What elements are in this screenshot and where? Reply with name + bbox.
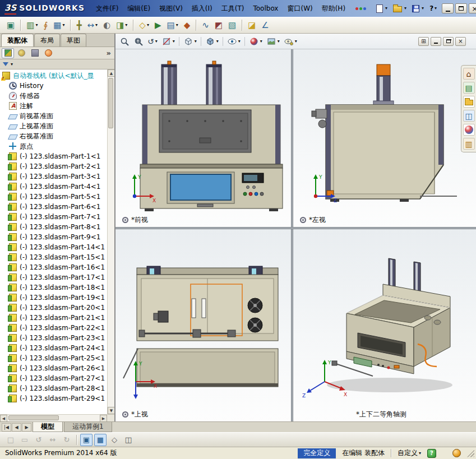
tree-horizontal-scrollbar[interactable]: ◀ ▶ bbox=[0, 414, 114, 421]
display-style-button[interactable]: ▾ bbox=[204, 35, 220, 48]
panel-tabs-overflow[interactable]: » bbox=[107, 49, 113, 57]
dropdown-arrow-icon[interactable]: ▾ bbox=[173, 39, 175, 44]
dropdown-arrow-icon[interactable]: ▾ bbox=[435, 6, 437, 11]
scroll-down-button[interactable]: ▼ bbox=[108, 407, 114, 414]
dropdown-arrow-icon[interactable]: ▾ bbox=[422, 6, 424, 11]
dropdown-arrow-icon[interactable]: ▾ bbox=[404, 6, 406, 11]
tab-assembly[interactable]: 装配体 bbox=[1, 34, 34, 47]
dropdown-arrow-icon[interactable]: ▾ bbox=[238, 39, 241, 44]
menu-insert[interactable]: 插入(I) bbox=[187, 0, 217, 17]
menu-toolbox[interactable]: Toolbox bbox=[248, 0, 283, 17]
previous-view-button[interactable]: ↺▾ bbox=[146, 35, 159, 48]
shaded-with-edges-icon[interactable]: ▣ bbox=[80, 434, 93, 446]
tree-item-part[interactable]: (-) 123.sldasm-Part-2<1 bbox=[1, 161, 107, 171]
dropdown-arrow-icon[interactable]: ▾ bbox=[385, 6, 387, 11]
scrollbar-thumb[interactable] bbox=[108, 78, 113, 128]
tree-item-part[interactable]: (-) 123.sldasm-Part-23<1 bbox=[1, 333, 107, 343]
view-orientation-button[interactable]: ▾ bbox=[182, 35, 198, 48]
tree-item-part[interactable]: (-) 123.sldasm-Part-8<1 bbox=[1, 222, 107, 232]
menu-tools[interactable]: 工具(T) bbox=[217, 0, 249, 17]
dropdown-arrow-icon[interactable]: ▾ bbox=[176, 23, 178, 27]
zoom-fit-button[interactable] bbox=[118, 35, 131, 48]
displaymanager-tab[interactable] bbox=[42, 48, 54, 58]
tree-item-part[interactable]: (-) 123.sldasm-Part-3<1 bbox=[1, 171, 107, 182]
dropdown-arrow-icon[interactable]: ▾ bbox=[95, 23, 98, 27]
tree-item-part[interactable]: (-) 123.sldasm-Part-26<1 bbox=[1, 363, 107, 373]
zoom-area-button[interactable] bbox=[132, 35, 145, 48]
tree-item-plane[interactable]: 右视基准面 bbox=[1, 131, 107, 141]
smart-fasteners-icon[interactable]: ╋ bbox=[74, 18, 84, 32]
tree-item-part[interactable]: (-) 123.sldasm-Part-9<1 bbox=[1, 232, 107, 242]
viewport-left[interactable]: Y Z *左视 bbox=[293, 49, 476, 227]
dropdown-arrow-icon[interactable]: ▾ bbox=[260, 39, 262, 44]
custom-properties-tab[interactable]: ▥ bbox=[463, 138, 475, 150]
dropdown-arrow-icon[interactable]: ▾ bbox=[278, 39, 280, 44]
tree-item-part[interactable]: (-) 123.sldasm-Part-14<1 bbox=[1, 242, 107, 252]
hide-show-items-button[interactable]: ▾ bbox=[225, 35, 242, 48]
tree-vertical-scrollbar[interactable]: ▲ ▼ bbox=[107, 69, 114, 414]
wireframe-icon[interactable]: ◇ bbox=[108, 434, 121, 446]
tree-item-part[interactable]: (-) 123.sldasm-Part-25<1 bbox=[1, 353, 107, 363]
viewport-front[interactable]: Y X *前视 bbox=[115, 49, 291, 227]
pan-icon[interactable]: ↔ bbox=[47, 434, 59, 446]
tree-item-part[interactable]: (-) 123.sldasm-Part-15<1 bbox=[1, 252, 107, 262]
file-explorer-tab[interactable] bbox=[463, 96, 475, 108]
resize-grip[interactable] bbox=[466, 449, 474, 457]
close-button[interactable]: × bbox=[469, 3, 476, 13]
minimize-button[interactable] bbox=[442, 3, 454, 13]
menu-view[interactable]: 视图(V) bbox=[155, 0, 187, 17]
reference-geometry-icon[interactable]: ◇▾ bbox=[137, 18, 151, 32]
view-settings-button[interactable]: ▾ bbox=[282, 35, 299, 48]
mate-icon[interactable]: ∮ bbox=[41, 18, 50, 32]
filter-dropdown[interactable]: ▾ bbox=[3, 62, 13, 67]
tree-item-part[interactable]: (-) 123.sldasm-Part-17<1 bbox=[1, 272, 107, 282]
menu-file[interactable]: 文件(F) bbox=[91, 0, 123, 17]
tree-item-part[interactable]: (-) 123.sldasm-Part-16<1 bbox=[1, 262, 107, 272]
zoom-to-fit-icon[interactable]: □ bbox=[4, 434, 17, 446]
menu-help[interactable]: 帮助(H) bbox=[317, 0, 350, 17]
viewport-top[interactable]: Y X *上视 bbox=[115, 229, 291, 421]
unit-system-selector[interactable]: 自定义 ▾ bbox=[395, 448, 423, 458]
tree-item-part[interactable]: (-) 123.sldasm-Part-28<1 bbox=[1, 383, 107, 393]
tree-item-part[interactable]: (-) 123.sldasm-Part-18<1 bbox=[1, 282, 107, 293]
exploded-view-icon[interactable]: ◆ bbox=[182, 18, 193, 32]
new-document-button[interactable]: ▾ bbox=[374, 3, 390, 15]
shaded-icon[interactable]: ■ bbox=[94, 434, 107, 446]
tree-item-sensors[interactable]: 传感器 bbox=[1, 91, 107, 101]
explode-line-sketch-icon[interactable]: ∿ bbox=[200, 18, 211, 32]
move-component-icon[interactable]: ↔▾ bbox=[85, 18, 100, 32]
dropdown-arrow-icon[interactable]: ▾ bbox=[216, 39, 219, 44]
apply-scene-button[interactable]: ▾ bbox=[265, 35, 281, 48]
dropdown-arrow-icon[interactable]: ▾ bbox=[147, 23, 149, 27]
quick-launch-icon[interactable] bbox=[355, 7, 366, 10]
tree-item-plane[interactable]: 前视基准面 bbox=[1, 111, 107, 121]
appearances-tab[interactable] bbox=[463, 124, 475, 136]
interference-detection-icon[interactable]: ◩ bbox=[212, 18, 225, 32]
tree-item-part[interactable]: (-) 123.sldasm-Part-6<1 bbox=[1, 202, 107, 212]
model-tab[interactable]: 模型 bbox=[33, 422, 63, 432]
edit-appearance-button[interactable]: ▾ bbox=[247, 35, 264, 48]
tree-item-part[interactable]: (-) 123.sldasm-Part-29<1 bbox=[1, 393, 107, 404]
restore-button[interactable] bbox=[455, 3, 467, 13]
measure-icon[interactable]: ∠ bbox=[259, 18, 271, 32]
menu-edit[interactable]: 编辑(E) bbox=[123, 0, 155, 17]
tree-item-part[interactable]: (-) 123.sldasm-Part-27<1 bbox=[1, 373, 107, 383]
scrollbar-thumb[interactable] bbox=[8, 415, 59, 420]
instant3d-icon[interactable]: ◪ bbox=[246, 18, 258, 32]
tree-item-history[interactable]: History bbox=[1, 81, 107, 91]
tab-sketch[interactable]: 草图 bbox=[61, 34, 86, 47]
tab-scroll-first-button[interactable]: |◀ bbox=[2, 423, 11, 432]
view-palette-tab[interactable]: ◫ bbox=[463, 110, 475, 122]
previous-view-icon[interactable]: ↺ bbox=[33, 434, 45, 446]
propertymanager-tab[interactable] bbox=[15, 48, 27, 58]
close-document-button[interactable]: × bbox=[455, 37, 466, 46]
tab-scroll-right-button[interactable]: ▶ bbox=[22, 423, 31, 432]
dropdown-arrow-icon[interactable]: ▾ bbox=[155, 39, 158, 44]
tree-item-part[interactable]: (-) 123.sldasm-Part-5<1 bbox=[1, 192, 107, 202]
tree-item-part[interactable]: (-) 123.sldasm-Part-1<1 bbox=[1, 151, 107, 161]
solidworks-resources-tab[interactable]: ⌂ bbox=[463, 68, 475, 80]
tree-item-part[interactable]: (-) 123.sldasm-Part-19<1 bbox=[1, 293, 107, 303]
dropdown-arrow-icon[interactable]: ▾ bbox=[35, 23, 38, 27]
section-view-button[interactable]: ▾ bbox=[160, 35, 177, 48]
featuremanager-tree-tab[interactable] bbox=[2, 48, 14, 58]
